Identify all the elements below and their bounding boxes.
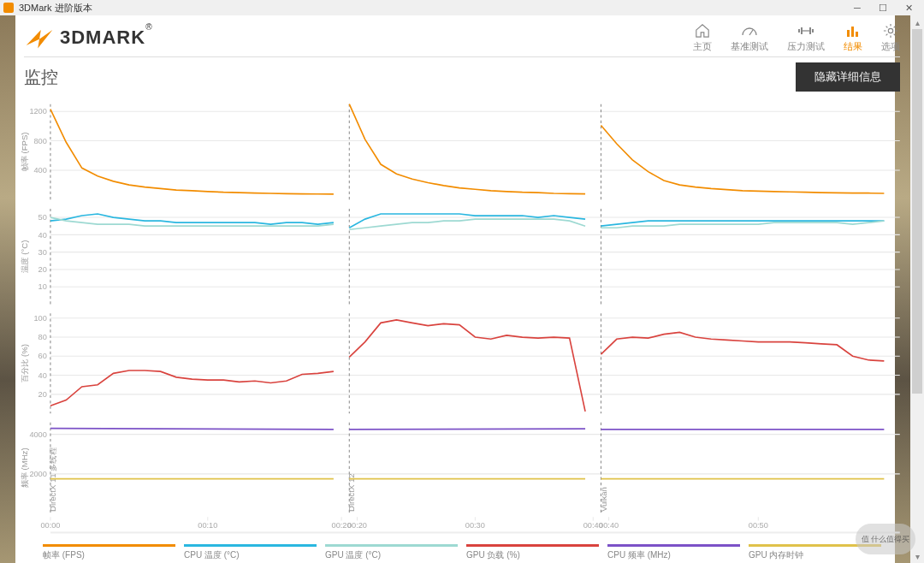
svg-rect-2 <box>801 27 803 34</box>
svg-text:40: 40 <box>38 370 47 380</box>
svg-text:10: 10 <box>38 282 47 291</box>
nav-results[interactable]: 结果 <box>844 23 862 53</box>
primary-nav: 主页 基准测试 压力测试 结果 选项 <box>693 23 900 53</box>
gauge-icon <box>740 23 759 39</box>
svg-text:温度 (°C): 温度 (°C) <box>21 240 30 273</box>
svg-text:00:20: 00:20 <box>347 520 367 530</box>
legend-cpu-temp: CPU 温度 (°C) <box>184 544 325 561</box>
app-container: 3DMARK® 主页 基准测试 压力测试 结果 选项 监控 隐藏详细信息 00:… <box>0 15 924 563</box>
svg-rect-1 <box>798 29 800 33</box>
svg-text:50: 50 <box>38 212 47 222</box>
window-titlebar: 3DMark 进阶版本 ─ ☐ ✕ <box>0 0 924 15</box>
hide-details-button[interactable]: 隐藏详细信息 <box>796 62 900 92</box>
svg-text:00:50: 00:50 <box>749 520 768 530</box>
svg-text:00:40: 00:40 <box>599 520 619 530</box>
window-title: 3DMark 进阶版本 <box>19 2 92 15</box>
legend-cpu-freq: CPU 频率 (MHz) <box>607 544 749 561</box>
svg-text:Vulkan: Vulkan <box>599 487 608 512</box>
svg-rect-8 <box>856 32 858 37</box>
nav-options[interactable]: 选项 <box>881 23 900 53</box>
brand-logo-icon <box>24 22 55 53</box>
nav-benchmark[interactable]: 基准测试 <box>731 23 768 53</box>
legend-gpu-load: GPU 负载 (%) <box>466 544 607 561</box>
svg-rect-3 <box>809 27 811 34</box>
watermark: 值 什么值得买 <box>856 524 915 554</box>
maximize-button[interactable]: ☐ <box>871 1 895 15</box>
svg-text:帧率 (FPS): 帧率 (FPS) <box>21 132 30 171</box>
svg-text:100: 100 <box>33 313 46 323</box>
legend-gpu-temp: GPU 温度 (°C) <box>325 544 466 561</box>
minimize-button[interactable]: ─ <box>845 1 869 15</box>
svg-text:00:00: 00:00 <box>40 520 60 530</box>
app-logo-icon <box>3 3 14 13</box>
svg-point-9 <box>888 28 892 33</box>
legend-fps: 帧率 (FPS) <box>43 544 184 561</box>
svg-text:40: 40 <box>38 229 47 239</box>
svg-text:1200: 1200 <box>29 106 46 116</box>
weight-icon <box>797 23 815 39</box>
svg-text:2000: 2000 <box>29 469 46 478</box>
svg-text:4000: 4000 <box>29 430 46 439</box>
section-title: 监控 <box>24 66 58 89</box>
svg-text:百分比 (%): 百分比 (%) <box>21 344 30 382</box>
svg-text:400: 400 <box>33 165 46 175</box>
svg-text:30: 30 <box>38 247 47 257</box>
gear-icon <box>881 23 900 39</box>
app-header: 3DMARK® 主页 基准测试 压力测试 结果 选项 <box>0 15 924 56</box>
nav-stress[interactable]: 压力测试 <box>787 23 825 53</box>
svg-text:20: 20 <box>38 389 47 399</box>
home-icon <box>693 23 712 39</box>
brand: 3DMARK® <box>24 22 153 53</box>
brand-text: 3DMARK® <box>60 27 153 49</box>
svg-line-0 <box>749 30 753 35</box>
svg-text:00:10: 00:10 <box>198 520 217 530</box>
nav-home[interactable]: 主页 <box>693 23 712 53</box>
close-button[interactable]: ✕ <box>897 1 921 15</box>
chart-svg: 00:0000:1000:2000:2000:3000:4000:4000:50… <box>15 95 909 541</box>
svg-rect-26 <box>50 531 900 533</box>
svg-text:00:30: 00:30 <box>465 520 485 530</box>
svg-text:DirectX 11 多线程: DirectX 11 多线程 <box>48 447 57 512</box>
svg-text:频率 (MHz): 频率 (MHz) <box>21 447 30 488</box>
svg-text:60: 60 <box>38 351 47 360</box>
bars-icon <box>844 23 862 39</box>
svg-text:20: 20 <box>38 264 47 274</box>
svg-rect-4 <box>812 29 814 33</box>
svg-text:80: 80 <box>38 332 47 341</box>
svg-rect-6 <box>847 30 850 37</box>
legend-bar: 帧率 (FPS) CPU 温度 (°C) GPU 温度 (°C) GPU 负载 … <box>0 541 924 563</box>
monitoring-charts: 00:0000:1000:2000:2000:3000:4000:4000:50… <box>15 95 909 541</box>
svg-text:800: 800 <box>33 136 46 145</box>
svg-rect-7 <box>851 27 854 37</box>
section-row: 监控 隐藏详细信息 <box>0 57 924 92</box>
